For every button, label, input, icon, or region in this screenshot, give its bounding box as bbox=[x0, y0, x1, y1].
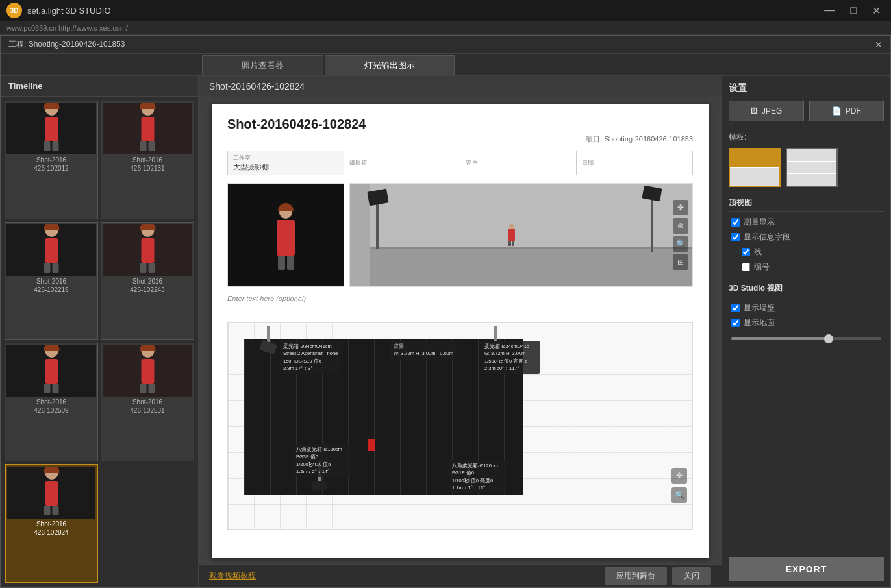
pdf-icon: 📄 bbox=[832, 106, 842, 116]
thumbnails-grid: Shot-2016426-102012 Shot-2016426-102131 bbox=[1, 97, 198, 587]
thumb-label: Shot-2016426-102219 bbox=[6, 276, 96, 295]
thumb-label: Shot-2016426-102824 bbox=[7, 519, 95, 538]
thumb-label: Shot-2016426-102531 bbox=[103, 397, 192, 416]
slider-thumb[interactable] bbox=[824, 334, 833, 343]
template-2[interactable] bbox=[786, 148, 838, 187]
list-item[interactable]: Shot-2016426-102131 bbox=[101, 101, 194, 219]
watermark-text: www.pc0359.cn http://www.s-xes.com/ bbox=[6, 24, 128, 32]
measure-display-checkbox[interactable] bbox=[731, 218, 740, 227]
topview-label-2: 柔光箱-Ø34cmO41c G: 3.72m H: 3.00m 1/500Hz … bbox=[481, 341, 540, 374]
thumb-image bbox=[6, 224, 96, 276]
show-floor-label: 显示地面 bbox=[744, 317, 775, 328]
photo-right: ✤ ⊕ 🔍 ⊞ bbox=[349, 183, 693, 287]
right-panel: 设置 🖼 JPEG 📄 PDF 模板: bbox=[722, 76, 890, 587]
info-cell: 摄影师 bbox=[344, 151, 460, 175]
app-title: set.a.light 3D STUDIO bbox=[27, 6, 111, 16]
template-label: 模板: bbox=[729, 132, 884, 143]
panel-bottom: 观看视频教程 应用到舞台 关闭 bbox=[199, 564, 722, 587]
show-floor-row: 显示地面 bbox=[729, 317, 884, 328]
info-cell: 工作室 大型摄影棚 bbox=[228, 151, 344, 175]
export-format-buttons: 🖼 JPEG 📄 PDF bbox=[729, 101, 884, 121]
list-item[interactable]: Shot-2016426-102219 bbox=[5, 222, 98, 341]
topview-section-title: 顶视图 bbox=[729, 197, 884, 212]
topview-zoom-icon[interactable]: 🔍 bbox=[671, 487, 687, 503]
thumb-image bbox=[7, 467, 95, 519]
tab-photo-viewer[interactable]: 照片查看器 bbox=[202, 55, 323, 75]
show-info-fields-checkbox[interactable] bbox=[731, 233, 740, 241]
show-walls-label: 显示墙壁 bbox=[744, 302, 775, 313]
topview-label-4: 八角柔光箱-Ø120cm PG1F 值6 1/100秒 值0 亮度6 1.1m … bbox=[449, 460, 507, 493]
subject-marker bbox=[368, 439, 375, 451]
export-button[interactable]: EXPORT bbox=[729, 557, 884, 581]
window-controls: — □ ✕ bbox=[820, 0, 885, 21]
watermark-bar: www.pc0359.cn http://www.s-xes.com/ bbox=[0, 21, 891, 35]
template-1[interactable] bbox=[729, 148, 781, 187]
show-walls-row: 显示墙壁 bbox=[729, 302, 884, 313]
tab-light-output[interactable]: 灯光输出图示 bbox=[325, 55, 455, 75]
sidebar: Timeline Shot-2016426-102012 bbox=[1, 76, 199, 587]
jpeg-export-button[interactable]: 🖼 JPEG bbox=[729, 101, 804, 121]
list-item[interactable]: Shot-2016426-102243 bbox=[101, 222, 194, 341]
jpeg-label: JPEG bbox=[762, 106, 782, 116]
measure-display-row: 测量显示 bbox=[729, 217, 884, 228]
titlebar: 3D set.a.light 3D STUDIO — □ ✕ bbox=[0, 0, 891, 21]
photo-left bbox=[227, 183, 344, 287]
window-header: 工程: Shooting-20160426-101853 ✕ bbox=[1, 36, 890, 54]
document: Shot-20160426-102824 项目: Shooting-201604… bbox=[212, 104, 709, 558]
bottom-buttons: 应用到舞台 关闭 bbox=[605, 567, 711, 585]
show-info-fields-label: 显示信息字段 bbox=[744, 232, 790, 243]
timeline-title: Timeline bbox=[1, 76, 198, 97]
maximize-button[interactable]: □ bbox=[846, 3, 860, 18]
info-cell: 客户 bbox=[460, 151, 577, 175]
tutorial-link[interactable]: 观看视频教程 bbox=[209, 570, 256, 582]
nav-zoom-icon[interactable]: 🔍 bbox=[673, 236, 688, 252]
list-item[interactable]: Shot-2016426-102824 bbox=[5, 464, 98, 584]
list-item[interactable]: Shot-2016426-102531 bbox=[101, 343, 194, 461]
thumb-label: Shot-2016426-102131 bbox=[103, 154, 192, 174]
show-floor-checkbox[interactable] bbox=[731, 319, 740, 327]
slider-track[interactable] bbox=[731, 337, 881, 340]
apply-to-stage-button[interactable]: 应用到舞台 bbox=[605, 567, 667, 585]
nav-rotate-icon[interactable]: ⊕ bbox=[673, 218, 688, 234]
pdf-export-button[interactable]: 📄 PDF bbox=[809, 101, 885, 121]
list-item[interactable]: Shot-2016426-102509 bbox=[5, 343, 98, 461]
light-equipment-left bbox=[260, 326, 276, 352]
thumb-image bbox=[103, 345, 192, 397]
show-walls-checkbox[interactable] bbox=[731, 304, 740, 312]
show-numbers-checkbox[interactable] bbox=[742, 263, 750, 271]
close-button[interactable]: ✕ bbox=[868, 3, 885, 18]
thumb-label: Shot-2016426-102509 bbox=[6, 397, 96, 416]
content-area: Timeline Shot-2016426-102012 bbox=[1, 76, 890, 587]
thumb-image bbox=[103, 224, 192, 276]
app-logo: 3D bbox=[6, 3, 22, 18]
show-lines-label: 线 bbox=[754, 247, 762, 258]
nav-fit-icon[interactable]: ⊞ bbox=[673, 254, 688, 270]
project-label: 工程: Shooting-20160426-101853 bbox=[8, 39, 125, 50]
pdf-label: PDF bbox=[846, 106, 861, 116]
show-lines-checkbox[interactable] bbox=[742, 248, 750, 256]
panel-content[interactable]: Shot-20160426-102824 项目: Shooting-201604… bbox=[199, 97, 722, 564]
photo-section: ✤ ⊕ 🔍 ⊞ bbox=[227, 183, 693, 287]
show-info-fields-row: 显示信息字段 bbox=[729, 232, 884, 243]
studio-nav-icons: ✤ ⊕ 🔍 ⊞ bbox=[673, 200, 688, 270]
nav-move-icon[interactable]: ✤ bbox=[673, 200, 688, 215]
thumb-label: Shot-2016426-102012 bbox=[6, 154, 96, 174]
doc-title: Shot-20160426-102824 bbox=[227, 117, 693, 132]
doc-info-table: 工作室 大型摄影棚 摄影师 客户 bbox=[227, 151, 693, 175]
shot-title: Shot-20160426-102824 bbox=[199, 76, 722, 97]
studio3d-section-title: 3D Studio 视图 bbox=[729, 283, 884, 297]
show-numbers-row: 编号 bbox=[729, 262, 884, 273]
close-button[interactable]: 关闭 bbox=[672, 567, 711, 585]
topview-label-1: 柔光箱-Ø34cmO41cm Street 2 Aperture/f - non… bbox=[280, 341, 341, 374]
doc-caption: Enter text here (optional) bbox=[227, 295, 693, 302]
thumb-image bbox=[6, 345, 96, 397]
show-numbers-label: 编号 bbox=[754, 262, 770, 273]
main-window: 工程: Shooting-20160426-101853 ✕ 照片查看器 灯光输… bbox=[0, 35, 891, 588]
topview-move-icon[interactable]: ✤ bbox=[671, 468, 687, 484]
topview-label-3: 八角柔光箱-Ø120cm PG3F 值6 1/200秒 f10 值6 1.2m … bbox=[293, 444, 351, 477]
slider-row bbox=[729, 332, 884, 345]
list-item[interactable]: Shot-2016426-102012 bbox=[5, 101, 98, 219]
window-close-icon[interactable]: ✕ bbox=[875, 40, 883, 50]
topview-nav-icons: ✤ 🔍 bbox=[671, 468, 687, 503]
minimize-button[interactable]: — bbox=[820, 3, 838, 18]
